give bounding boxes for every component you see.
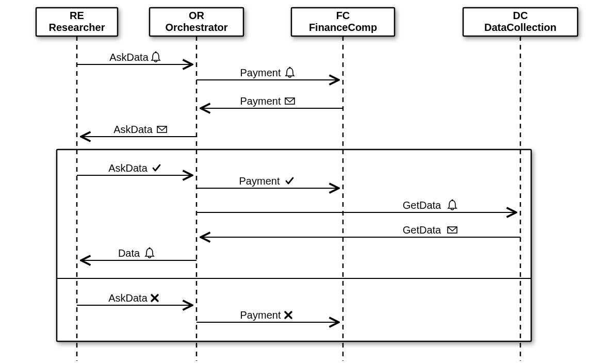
svg-text:Payment: Payment (240, 95, 281, 107)
svg-text:Payment: Payment (239, 175, 280, 187)
envelope-icon (157, 126, 167, 133)
bell-icon (286, 67, 294, 77)
message-askdata-bell-re-or: AskData (77, 51, 191, 64)
sequence-diagram: RE Researcher OR Orchestrator FC Finance… (0, 0, 590, 364)
bell-icon (152, 51, 160, 62)
svg-text:Payment: Payment (240, 309, 281, 321)
participant-RE-code: RE (70, 10, 84, 21)
participant-OR-code: OR (189, 10, 205, 21)
envelope-icon (448, 227, 457, 233)
participant-DC: DC DataCollection (463, 8, 578, 36)
message-askdata-env-or-re: AskData (82, 124, 196, 137)
message-payment-env-fc-or: Payment (202, 95, 343, 108)
svg-text:Data: Data (118, 247, 140, 259)
svg-text:AskData: AskData (109, 52, 149, 63)
svg-text:Payment: Payment (240, 67, 281, 78)
svg-text:GetData: GetData (403, 224, 441, 236)
participant-RE-name: Researcher (49, 22, 105, 33)
participant-FC-name: FinanceComp (309, 22, 377, 33)
message-payment-bell-or-fc: Payment (196, 67, 338, 80)
participant-OR-name: Orchestrator (165, 22, 227, 33)
participant-FC-code: FC (336, 10, 350, 21)
participant-DC-code: DC (513, 10, 528, 21)
combined-fragment (57, 150, 531, 341)
svg-text:AskData: AskData (113, 124, 153, 135)
svg-text:GetData: GetData (403, 200, 441, 211)
svg-rect-18 (57, 150, 531, 341)
participant-OR: OR Orchestrator (150, 8, 243, 36)
participant-DC-name: DataCollection (484, 22, 556, 33)
participant-FC: FC FinanceComp (291, 8, 395, 36)
svg-text:AskData: AskData (108, 292, 148, 304)
participant-RE: RE Researcher (36, 8, 118, 36)
envelope-icon (285, 98, 294, 104)
svg-text:AskData: AskData (108, 162, 148, 174)
